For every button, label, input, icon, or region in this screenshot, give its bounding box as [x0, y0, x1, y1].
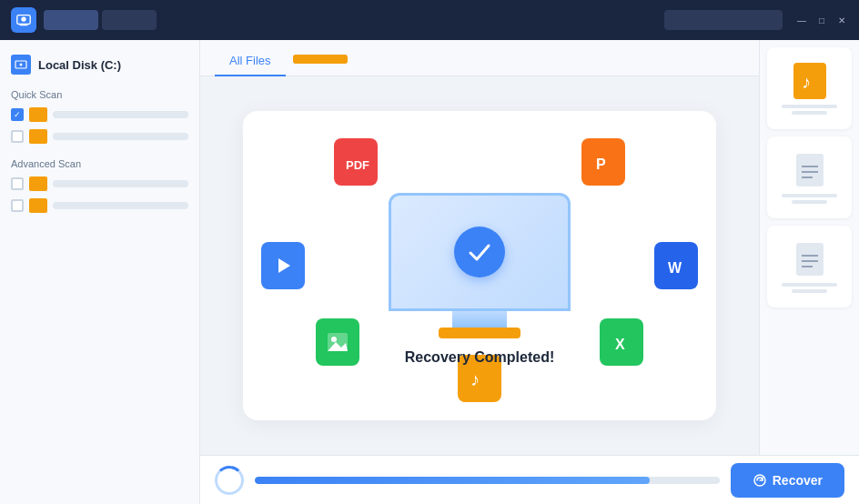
title-bar-right: — □ ✕	[664, 10, 848, 30]
preview-card-2	[767, 136, 852, 218]
preview-line	[782, 105, 838, 108]
monitor-stand	[439, 328, 520, 338]
svg-text:W: W	[668, 260, 682, 276]
tabs-bar: All Files	[200, 40, 759, 76]
disk-icon	[11, 55, 31, 75]
folder-item-qs1[interactable]	[11, 107, 188, 122]
checkbox-as1[interactable]	[11, 177, 24, 190]
content-area: All Files PDF P	[200, 40, 759, 455]
content-inner: All Files PDF P	[200, 40, 859, 455]
preview-icon-3	[793, 241, 826, 277]
preview-lines-1	[774, 105, 844, 115]
progress-bar-container	[255, 477, 720, 484]
maximize-button[interactable]: □	[815, 14, 828, 26]
recover-button[interactable]: Recover	[731, 463, 844, 498]
right-panel: ♪	[759, 40, 859, 455]
folder-item-as2[interactable]	[11, 198, 188, 213]
preview-lines-2	[774, 194, 844, 204]
monitor-check-circle	[454, 227, 505, 277]
svg-point-1	[21, 16, 25, 21]
preview-line-short	[792, 111, 827, 115]
quick-scan-label: Quick Scan	[11, 89, 188, 100]
preview-line	[782, 194, 838, 197]
recovery-area: PDF P W	[200, 76, 759, 455]
svg-text:♪: ♪	[802, 72, 811, 92]
title-bar-left	[11, 7, 157, 33]
folder-icon-qs2	[29, 129, 47, 144]
folder-item-qs2[interactable]	[11, 129, 188, 144]
file-icon-word: W	[654, 242, 698, 289]
checkbox-qs1[interactable]	[11, 108, 24, 121]
close-button[interactable]: ✕	[835, 14, 848, 26]
file-icon-image	[316, 318, 359, 366]
preview-line-short	[792, 200, 827, 204]
main-layout: Local Disk (C:) Quick Scan Advanced Scan	[0, 40, 859, 504]
preview-lines-3	[774, 283, 844, 293]
title-bar-tabs	[44, 10, 157, 30]
progress-spinner	[215, 466, 244, 495]
monitor-base	[452, 311, 507, 328]
recovery-completed-label: Recovery Completed!	[389, 349, 571, 366]
folder-bar-as1	[53, 180, 188, 187]
preview-card-1: ♪	[767, 47, 852, 129]
checkbox-qs2[interactable]	[11, 130, 24, 143]
bottom-bar: Recover	[200, 455, 859, 504]
svg-text:P: P	[596, 156, 606, 172]
progress-bar-fill	[255, 477, 650, 484]
file-icon-pdf: PDF	[334, 138, 378, 186]
preview-line-short	[792, 289, 827, 293]
recover-label: Recover	[773, 473, 823, 488]
svg-text:♪: ♪	[470, 369, 480, 389]
window-buttons: — □ ✕	[795, 14, 848, 26]
folder-icon-as2	[29, 198, 47, 213]
svg-rect-26	[796, 243, 824, 276]
advanced-scan-label: Advanced Scan	[11, 158, 188, 169]
minimize-button[interactable]: —	[795, 14, 808, 26]
preview-line	[782, 283, 838, 287]
sidebar-disk-label: Local Disk (C:)	[38, 58, 121, 72]
svg-text:PDF: PDF	[346, 158, 369, 172]
file-icon-excel: X	[600, 318, 643, 366]
content-wrapper: All Files PDF P	[200, 40, 859, 504]
svg-rect-22	[796, 154, 824, 186]
recover-icon	[753, 473, 767, 488]
file-icon-video	[261, 242, 305, 289]
sidebar-header: Local Disk (C:)	[11, 55, 188, 75]
svg-rect-18	[465, 362, 494, 395]
svg-text:X: X	[615, 337, 625, 352]
monitor-illustration: Recovery Completed!	[389, 193, 571, 338]
svg-point-3	[20, 64, 23, 66]
monitor-screen	[389, 193, 571, 311]
preview-icon-1: ♪	[793, 63, 826, 99]
title-bar: — □ ✕	[0, 0, 859, 40]
file-icon-ppt: P	[581, 138, 625, 186]
checkbox-as2[interactable]	[11, 199, 24, 212]
folder-bar-as2	[53, 202, 188, 209]
title-search-bar	[664, 10, 783, 30]
app-icon	[11, 7, 36, 33]
sidebar: Local Disk (C:) Quick Scan Advanced Scan	[0, 40, 200, 504]
preview-icon-2	[793, 152, 826, 188]
folder-icon-qs1	[29, 107, 47, 122]
folder-bar-qs1	[53, 111, 188, 118]
tab-all-files[interactable]: All Files	[215, 54, 286, 76]
folder-bar-qs2	[53, 133, 188, 140]
recovery-card: PDF P W	[243, 111, 716, 420]
title-tab-2[interactable]	[102, 10, 157, 30]
svg-point-14	[331, 337, 337, 342]
tab-second[interactable]	[293, 55, 348, 64]
preview-card-3	[767, 226, 852, 307]
folder-item-as1[interactable]	[11, 176, 188, 191]
title-tab-1[interactable]	[44, 10, 98, 30]
folder-icon-as1	[29, 176, 47, 191]
